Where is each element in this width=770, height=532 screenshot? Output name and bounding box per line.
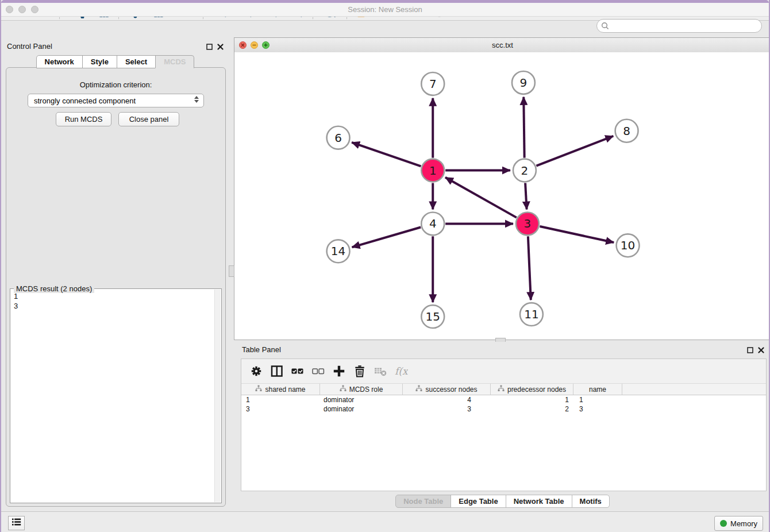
vertical-splitter-handle[interactable] [229,265,234,277]
table-cell[interactable]: 4 [403,395,491,404]
column-header-successor-nodes[interactable]: successor nodes [403,384,491,395]
list-icon [11,518,21,529]
network-window-title: scc.txt [234,41,770,49]
column-header-shared-name[interactable]: shared name [241,384,320,395]
graph-node-label: 11 [524,307,538,321]
create-column-icon[interactable] [330,363,348,380]
table-cell[interactable]: 2 [491,404,573,414]
graph-node-label: 1 [429,164,437,178]
optimization-criterion-select[interactable]: strongly connected component [28,94,204,107]
table-panel: Table Panel f(x) shared nameMCDS rolesuc… [234,342,770,511]
column-header-name[interactable]: name [573,384,622,395]
select-all-columns-icon[interactable] [289,363,306,380]
selected-option: strongly connected component [34,97,136,105]
graph-node-label: 9 [520,76,528,90]
edge-4-14[interactable] [352,228,421,248]
tree-icon [340,385,346,394]
memory-label: Memory [730,519,757,528]
tab-network[interactable]: Network [36,55,83,68]
search-icon [601,22,609,32]
optimization-criterion-label: Optimization criterion: [6,80,225,89]
tab-node-table[interactable]: Node Table [395,495,451,508]
memory-status-icon [720,520,727,527]
table-settings-icon[interactable] [248,363,265,380]
deselect-all-columns-icon[interactable] [310,363,327,380]
delete-columns-icon[interactable] [351,363,368,380]
table-cell[interactable]: dominator [320,404,403,414]
table-tabs: Node TableEdge TableNetwork TableMotifs [234,495,770,508]
tab-motifs[interactable]: Motifs [572,495,610,508]
control-panel-tabs: NetworkStyleSelectMCDS [1,55,229,68]
node-table: shared nameMCDS rolesuccessor nodesprede… [241,384,766,414]
search-input[interactable] [596,19,762,33]
edge-3-1[interactable] [445,178,517,218]
edge-2-8[interactable] [536,136,613,166]
table-panel-buttons [747,345,764,356]
result-scrollbar[interactable] [214,290,221,502]
graph-node-label: 2 [521,164,529,178]
column-header-label: MCDS role [349,385,383,394]
control-panel-buttons [206,42,224,52]
toggle-columns-icon[interactable] [268,363,286,380]
network-canvas[interactable]: 7968124314101511 [234,52,770,340]
app-window-title: Session: New Session [1,5,769,14]
column-header-label: predecessor nodes [507,385,566,394]
search-container [596,19,762,33]
table-cell[interactable]: 3 [241,404,320,414]
tree-icon [498,385,505,394]
table-cell[interactable]: 1 [573,395,622,404]
function-builder-icon: f(x) [392,363,410,380]
column-header-predecessor-nodes[interactable]: predecessor nodes [491,384,573,395]
table-cell[interactable]: dominator [320,395,403,404]
graph-node-label: 8 [623,124,630,138]
select-stepper-icon [194,96,199,103]
edge-2-3[interactable] [525,183,526,210]
column-header-label: shared name [265,385,305,394]
graph-node-label: 14 [331,244,345,258]
close-panel-icon[interactable] [758,345,764,356]
table-cell[interactable]: 3 [573,404,622,414]
table-panel-title: Table Panel [242,345,281,354]
table-row[interactable]: 3dominator323 [241,404,766,414]
float-panel-icon[interactable] [206,42,213,52]
float-panel-icon[interactable] [747,345,753,356]
table-cell[interactable]: 1 [491,395,573,404]
tab-style[interactable]: Style [82,55,117,68]
table-body: 1dominator4113dominator323 [241,395,766,414]
node-table-block: f(x) shared nameMCDS rolesuccessor nodes… [241,358,767,491]
graph-node-label: 7 [429,77,437,91]
column-header-label: successor nodes [425,385,477,394]
delete-table-icon [372,363,389,380]
application-window: Session: New Session Control Panel Netwo… [0,0,770,532]
close-panel-button[interactable]: Close panel [118,112,179,126]
tab-mcds[interactable]: MCDS [155,55,194,68]
table-toolbar: f(x) [241,359,766,384]
run-mcds-button[interactable]: Run MCDS [56,112,111,126]
close-panel-icon[interactable] [217,42,224,52]
graph-node-label: 6 [334,131,342,145]
svg-text:f(x): f(x) [395,365,408,377]
tab-edge-table[interactable]: Edge Table [451,495,506,508]
table-row[interactable]: 1dominator411 [241,395,766,404]
task-history-button[interactable] [8,516,25,530]
edge-2-9[interactable] [523,97,524,158]
edge-3-10[interactable] [540,226,614,242]
tab-network-table[interactable]: Network Table [506,495,572,508]
control-panel-title: Control Panel [7,42,52,51]
edge-3-11[interactable] [528,236,531,300]
tab-select[interactable]: Select [117,55,156,68]
edge-1-6[interactable] [352,142,421,167]
control-panel: Control Panel NetworkStyleSelectMCDS Opt… [1,37,229,510]
network-window-titlebar[interactable]: scc.txt [234,38,770,53]
table-header-row: shared nameMCDS rolesuccessor nodesprede… [241,384,766,395]
mcds-result-list[interactable]: 1 3 [11,291,214,502]
app-titlebar: Session: New Session [1,3,769,17]
table-cell[interactable]: 1 [241,395,320,404]
memory-button[interactable]: Memory [714,516,763,531]
table-cell[interactable]: 3 [403,404,491,414]
column-header-MCDS-role[interactable]: MCDS role [320,384,403,395]
graph-node-label: 3 [524,217,532,230]
graph-node-label: 15 [426,310,440,323]
network-graph[interactable]: 7968124314101511 [234,52,770,340]
column-header-label: name [589,385,606,394]
